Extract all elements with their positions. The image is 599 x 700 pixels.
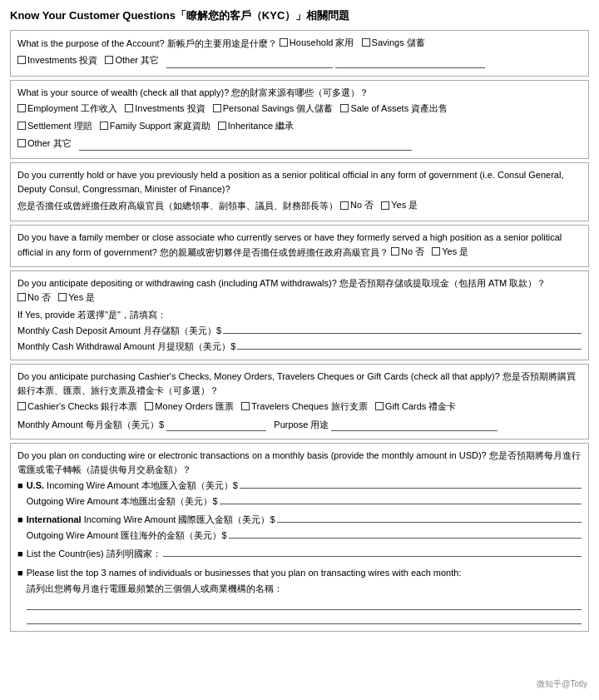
us-incoming-row: U.S. Incoming Wire Amount 本地匯入金額（美元）$ [27, 479, 582, 493]
top3-bullet: ■ [17, 566, 23, 580]
checkbox-money-orders[interactable]: Money Orders 匯票 [145, 400, 234, 414]
countries-row: List the Countr(ies) 請列明國家： [27, 547, 582, 561]
us-outgoing-input[interactable] [220, 494, 582, 504]
other-input-account2[interactable] [335, 58, 485, 68]
purpose-input[interactable] [331, 421, 498, 431]
section-political-official: Do you currently hold or have you previo… [10, 162, 589, 221]
us-outgoing-row: Outgoing Wire Amount 本地匯出金額（美元）$ [27, 494, 582, 509]
top3-input2[interactable] [27, 613, 582, 624]
checkbox-yes-family[interactable]: Yes 是 [432, 245, 468, 259]
intl-incoming-input[interactable] [277, 513, 582, 523]
intl-bullet: ■ [17, 513, 23, 527]
section-family-political: Do you have a family member or close ass… [10, 225, 589, 267]
us-incoming-input[interactable] [240, 479, 582, 489]
us-wire-section: ■ U.S. Incoming Wire Amount 本地匯入金額（美元）$ … [17, 479, 582, 509]
checkbox-gift-cards[interactable]: Gift Cards 禮金卡 [375, 400, 457, 414]
checkbox-investments[interactable]: Investments 投資 [17, 53, 97, 67]
monthly-amount-label: Monthly Amount 每月金額（美元）$ [17, 420, 164, 429]
checkbox-no-cash[interactable]: No 否 [17, 290, 51, 305]
intl-wire-section: ■ International Incoming Wire Amount 國際匯… [17, 513, 582, 544]
cashier-text1: Do you anticipate purchasing Cashier's C… [17, 370, 582, 397]
top3-input1[interactable] [27, 599, 582, 610]
countries-bullet: ■ [17, 547, 23, 561]
checkbox-investments2[interactable]: Investments 投資 [125, 102, 205, 116]
monthly-withdrawal-row: Monthly Cash Withdrawal Amount 月提現額（美元）$ [17, 340, 582, 354]
checkbox-yes-cash[interactable]: Yes 是 [58, 290, 95, 305]
intl-outgoing-input[interactable] [229, 529, 582, 539]
account-purpose-text: What is the purpose of the Account? 新帳戶的… [17, 36, 582, 51]
checkbox-yes-political[interactable]: Yes 是 [381, 198, 418, 212]
section-account-purpose: What is the purpose of the Account? 新帳戶的… [10, 30, 589, 77]
checkbox-personal-savings[interactable]: Personal Savings 個人儲蓄 [213, 102, 334, 116]
other-input-wealth[interactable] [79, 141, 412, 151]
countries-label: List the Countr(ies) 請列明國家： [27, 547, 161, 561]
countries-input[interactable] [163, 547, 582, 557]
watermark: 微知乎@Totly [533, 677, 591, 692]
checkbox-travelers-cheques[interactable]: Travelers Cheques 旅行支票 [241, 400, 368, 414]
checkbox-household[interactable]: Household 家用 [280, 36, 354, 50]
monthly-amount-input[interactable] [166, 421, 266, 431]
page-title: Know Your Customer Questions「瞭解您的客戶（KYC）… [10, 8, 589, 23]
section-wire-transfer: Do you plan on conducting wire or electr… [10, 443, 589, 632]
checkbox-settlement[interactable]: Settlement 理賠 [17, 119, 92, 133]
intl-incoming-row: International Incoming Wire Amount 國際匯入金… [27, 513, 582, 527]
intl-outgoing-label: Outgoing Wire Amount 匯往海外的金額（美元）$ [27, 529, 227, 543]
countries-section: ■ List the Countr(ies) 請列明國家： [17, 547, 582, 563]
checkbox-sale-assets[interactable]: Sale of Assets 資產出售 [340, 102, 448, 116]
checkbox-family-support[interactable]: Family Support 家庭資助 [100, 119, 210, 133]
checkbox-no-family[interactable]: No 否 [391, 245, 424, 259]
monthly-deposit-input[interactable] [223, 324, 582, 334]
wealth-source-text: What is your source of wealth (check all… [17, 86, 582, 100]
us-bullet: ■ [17, 479, 23, 493]
checkbox-other2[interactable]: Other 其它 [17, 137, 72, 151]
monthly-withdrawal-input[interactable] [237, 340, 582, 350]
if-yes-label: If Yes, provide 若選擇"是"，請填寫： [17, 308, 582, 322]
family-political-text: Do you have a family member or close ass… [17, 231, 582, 259]
monthly-withdrawal-label: Monthly Cash Withdrawal Amount 月提現額（美元）$ [17, 340, 235, 354]
top3-text1: Please list the top 3 names of individua… [27, 566, 582, 580]
checkbox-cashiers-checks[interactable]: Cashier's Checks 銀行本票 [17, 400, 137, 414]
checkbox-employment[interactable]: Employment 工作收入 [17, 102, 117, 116]
political-text2: 您是否擔任或曾經擔任政府高級官員（如總領事、副領事、議員、財務部長等） No 否… [17, 198, 582, 213]
intl-incoming-label: International Incoming Wire Amount 國際匯入金… [27, 513, 275, 527]
monthly-deposit-row: Monthly Cash Deposit Amount 月存儲額（美元）$ [17, 324, 582, 338]
wire-text1: Do you plan on conducting wire or electr… [17, 449, 582, 476]
intl-outgoing-row: Outgoing Wire Amount 匯往海外的金額（美元）$ [27, 529, 582, 543]
us-incoming-label: U.S. Incoming Wire Amount 本地匯入金額（美元）$ [27, 479, 238, 493]
checkbox-savings[interactable]: Savings 儲蓄 [362, 36, 425, 50]
top3-text2: 請列出您將每月進行電匯最頻繁的三個個人或商業機構的名稱： [27, 582, 582, 596]
us-outgoing-label: Outgoing Wire Amount 本地匯出金額（美元）$ [27, 494, 218, 509]
top3-section: ■ Please list the top 3 names of individ… [17, 566, 582, 624]
checkbox-no-political[interactable]: No 否 [340, 198, 374, 212]
section-cashier-checks: Do you anticipate purchasing Cashier's C… [10, 364, 589, 439]
purpose-label: Purpose 用途 [274, 420, 329, 429]
checkbox-other[interactable]: Other 其它 [105, 53, 159, 67]
political-text1: Do you currently hold or have you previo… [17, 168, 582, 196]
checkbox-inheritance[interactable]: Inheritance 繼承 [218, 119, 294, 133]
other-input-account[interactable] [166, 58, 333, 68]
section-wealth-source: What is your source of wealth (check all… [10, 80, 589, 160]
monthly-deposit-label: Monthly Cash Deposit Amount 月存儲額（美元）$ [17, 324, 221, 338]
section-cash-deposit: Do you anticipate depositing or withdraw… [10, 271, 589, 360]
cash-text1: Do you anticipate depositing or withdraw… [17, 276, 582, 305]
